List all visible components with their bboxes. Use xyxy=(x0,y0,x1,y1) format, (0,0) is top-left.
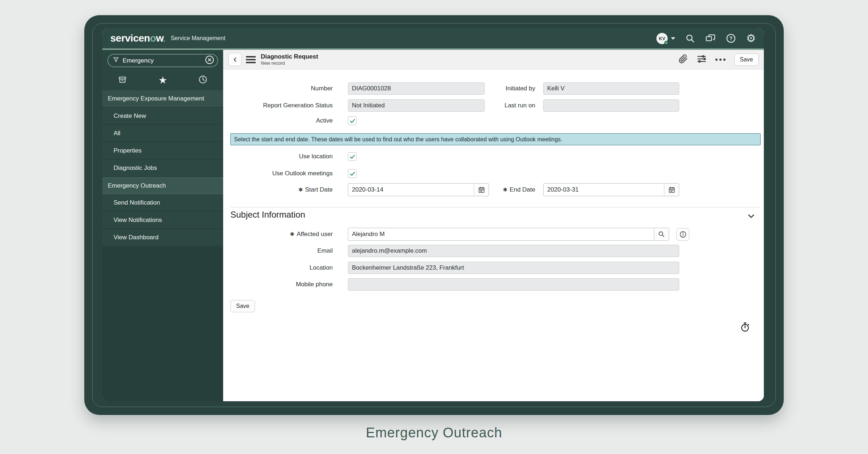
form-header: Diagnostic Request New record Save xyxy=(223,50,764,69)
sidebar-item-all[interactable]: All xyxy=(102,125,223,142)
logo-tm-dot: . xyxy=(164,37,165,43)
sidebar-item-label: Send Notification xyxy=(114,199,160,206)
sidebar-item-label: Emergency Exposure Management xyxy=(108,95,204,102)
tab-history[interactable] xyxy=(183,71,223,90)
caption-text: Emergency Outreach xyxy=(0,425,868,441)
location-label: Location xyxy=(223,262,333,274)
sidebar-item-view-notifications[interactable]: View Notifications xyxy=(102,212,223,229)
app-window: servicenow. Service Management KV xyxy=(102,28,764,401)
more-options-ellipsis-icon[interactable] xyxy=(715,59,726,61)
user-menu[interactable]: KV xyxy=(656,33,675,44)
initiated-by-label: Initiated by xyxy=(440,82,535,95)
device-frame: servicenow. Service Management KV xyxy=(84,15,784,415)
application-navigator: Emergency ★ xyxy=(102,50,223,401)
sidebar-item-emergency-outreach[interactable]: Emergency Outreach xyxy=(102,177,223,194)
connect-chat-icon[interactable] xyxy=(705,34,716,43)
required-marker: ✱ xyxy=(503,187,508,193)
filter-funnel-icon xyxy=(112,56,119,65)
page-title: Diagnostic Request xyxy=(261,53,318,60)
sidebar-item-diagnostic-jobs[interactable]: Diagnostic Jobs xyxy=(102,160,223,177)
email-label: Email xyxy=(223,245,333,257)
sidebar-item-label: All xyxy=(114,130,120,137)
tab-favorites[interactable]: ★ xyxy=(142,71,183,90)
favorites-star-icon: ★ xyxy=(158,76,167,85)
initiated-by-field xyxy=(543,82,679,95)
sidebar-item-view-dashboard[interactable]: View Dashboard xyxy=(102,229,223,246)
affected-user-label: ✱Affected user xyxy=(223,228,333,241)
personalize-form-sliders-icon[interactable] xyxy=(697,54,707,65)
search-icon[interactable] xyxy=(685,34,695,43)
last-run-label: Last run on xyxy=(440,99,535,112)
avatar-initials: KV xyxy=(659,36,665,41)
record-form: Number Initiated by Report Generation St… xyxy=(223,69,764,401)
affected-user-input[interactable] xyxy=(348,228,654,241)
save-button-header[interactable]: Save xyxy=(734,53,759,66)
active-label: Active xyxy=(223,116,333,125)
navigator-search-value[interactable]: Emergency xyxy=(123,57,205,64)
back-button[interactable] xyxy=(228,53,242,66)
sidebar-item-create-new[interactable]: Create New xyxy=(102,108,223,125)
chevron-down-icon xyxy=(671,37,675,40)
end-date-label: ✱End Date xyxy=(455,183,535,196)
section-title-subject-information: Subject Information xyxy=(230,210,305,220)
use-location-checkbox[interactable] xyxy=(348,152,357,161)
use-outlook-label: Use Outlook meetings xyxy=(223,169,333,178)
email-field xyxy=(348,245,679,257)
sidebar-item-label: View Dashboard xyxy=(114,234,158,241)
navigator-tabs: ★ xyxy=(102,71,223,90)
logo-text-end: w xyxy=(156,33,163,44)
record-status: New record xyxy=(261,60,318,66)
history-clock-icon xyxy=(198,75,208,86)
info-banner: Select the start and end date. These dat… xyxy=(230,133,761,145)
sidebar-item-label: Properties xyxy=(114,147,141,154)
reference-lookup-search-icon[interactable] xyxy=(654,228,669,241)
required-marker: ✱ xyxy=(298,187,303,193)
sidebar-item-properties[interactable]: Properties xyxy=(102,142,223,159)
end-date-input[interactable] xyxy=(543,183,664,196)
presence-indicator xyxy=(664,41,668,45)
info-banner-text: Select the start and end date. These dat… xyxy=(234,136,562,143)
form-context-menu-icon[interactable] xyxy=(246,56,256,63)
timer-stopwatch-icon[interactable] xyxy=(740,322,750,334)
clear-search-icon[interactable] xyxy=(205,55,214,66)
reference-info-icon[interactable] xyxy=(676,228,689,241)
sidebar-item-send-notification[interactable]: Send Notification xyxy=(102,194,223,211)
use-outlook-checkbox[interactable] xyxy=(348,169,357,178)
help-icon[interactable]: ? xyxy=(726,33,736,43)
start-date-label: ✱Start Date xyxy=(223,183,333,196)
navigator-search[interactable]: Emergency xyxy=(107,54,218,67)
sidebar-item-label: Diagnostic Jobs xyxy=(114,164,157,172)
servicenow-logo: servicenow. xyxy=(110,33,165,44)
use-location-label: Use location xyxy=(223,152,333,161)
last-run-field xyxy=(543,99,679,112)
gear-icon[interactable]: ⚙︎ xyxy=(746,33,756,44)
section-divider xyxy=(230,207,761,207)
top-navigation-bar: servicenow. Service Management KV xyxy=(102,28,764,48)
save-button-footer[interactable]: Save xyxy=(230,300,255,312)
attachment-paperclip-icon[interactable] xyxy=(678,54,688,65)
product-name: Service Management xyxy=(171,35,225,42)
section-collapse-chevron-icon[interactable] xyxy=(746,211,756,223)
number-label: Number xyxy=(223,82,333,95)
sidebar-item-emergency-exposure-management[interactable]: Emergency Exposure Management xyxy=(102,90,223,107)
mobile-phone-label: Mobile phone xyxy=(223,278,333,291)
svg-text:?: ? xyxy=(729,35,733,41)
sidebar-item-label: Create New xyxy=(114,112,146,120)
tab-all-applications[interactable] xyxy=(102,71,142,90)
mobile-phone-field xyxy=(348,278,679,291)
logo-text: servicen xyxy=(110,33,150,44)
report-status-label: Report Generation Status xyxy=(223,99,333,112)
sidebar-item-label: View Notifications xyxy=(114,217,162,224)
end-date-calendar-icon[interactable] xyxy=(664,183,679,196)
active-checkbox[interactable] xyxy=(348,116,357,125)
required-marker: ✱ xyxy=(290,231,295,237)
sidebar-empty-area xyxy=(102,247,223,401)
sidebar-item-label: Emergency Outreach xyxy=(108,182,166,189)
applications-box-icon xyxy=(118,75,127,86)
avatar[interactable]: KV xyxy=(656,33,668,44)
location-field xyxy=(348,262,679,274)
logo-green-o: o xyxy=(150,33,156,44)
